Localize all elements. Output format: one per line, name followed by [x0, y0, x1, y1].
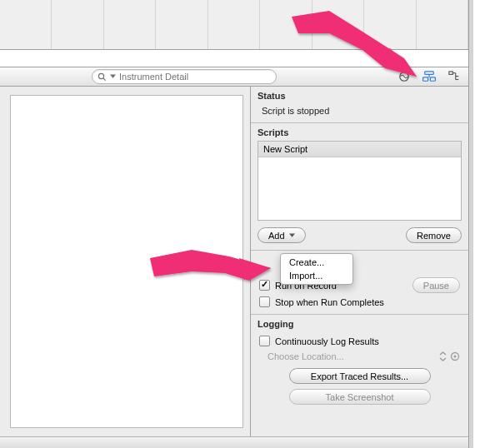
status-text: Script is stopped [259, 106, 329, 116]
choose-location-stepper[interactable] [439, 351, 460, 361]
choose-location-label: Choose Location... [259, 351, 344, 361]
search-input[interactable] [119, 72, 271, 82]
menu-item-create[interactable]: Create... [281, 256, 352, 269]
continuous-log-checkbox[interactable] [259, 336, 270, 346]
export-traced-button[interactable]: Export Traced Results... [289, 368, 431, 384]
screenshot-label: Take Screenshot [326, 392, 394, 402]
svg-rect-3 [425, 72, 434, 75]
pause-label: Pause [423, 281, 449, 291]
source-editor[interactable] [10, 95, 243, 428]
continuous-log-label: Continuously Log Results [275, 336, 379, 346]
stop-when-complete-checkbox[interactable] [259, 296, 270, 307]
timeline-grid [0, 0, 468, 50]
add-label: Add [268, 231, 285, 241]
scripts-list[interactable]: New Script [258, 141, 462, 221]
add-button[interactable]: Add [258, 227, 306, 243]
svg-rect-5 [423, 77, 428, 81]
svg-line-1 [103, 77, 106, 80]
take-screenshot-button[interactable]: Take Screenshot [289, 389, 431, 405]
list-item[interactable]: New Script [258, 142, 461, 157]
toolbar [0, 67, 468, 87]
window-edge [468, 0, 486, 448]
target-icon [450, 351, 460, 361]
remove-label: Remove [417, 231, 451, 241]
view-inspector-icon[interactable] [422, 70, 437, 83]
search-icon [98, 72, 107, 82]
view-outline-icon[interactable] [447, 70, 462, 83]
chevron-down-icon [289, 233, 295, 238]
search-field[interactable] [92, 69, 277, 84]
scripts-header: Scripts [251, 123, 468, 139]
svg-point-13 [454, 356, 457, 358]
pause-button[interactable]: Pause [412, 277, 460, 293]
bottom-bar [0, 436, 468, 448]
run-on-record-checkbox[interactable] [259, 280, 270, 291]
chevron-down-icon [110, 74, 116, 79]
menu-item-import[interactable]: Import... [281, 269, 352, 282]
add-popup-menu[interactable]: Create... Import... [280, 253, 353, 285]
svg-rect-6 [430, 77, 435, 81]
status-header: Status [251, 87, 468, 102]
svg-point-0 [98, 73, 103, 78]
stop-when-complete-label: Stop when Run Completes [275, 297, 384, 307]
remove-button[interactable]: Remove [406, 227, 462, 243]
source-panel [0, 87, 250, 436]
view-activity-icon[interactable] [397, 70, 412, 83]
svg-rect-7 [449, 72, 452, 75]
logging-header: Logging [251, 315, 468, 331]
export-label: Export Traced Results... [311, 371, 408, 381]
